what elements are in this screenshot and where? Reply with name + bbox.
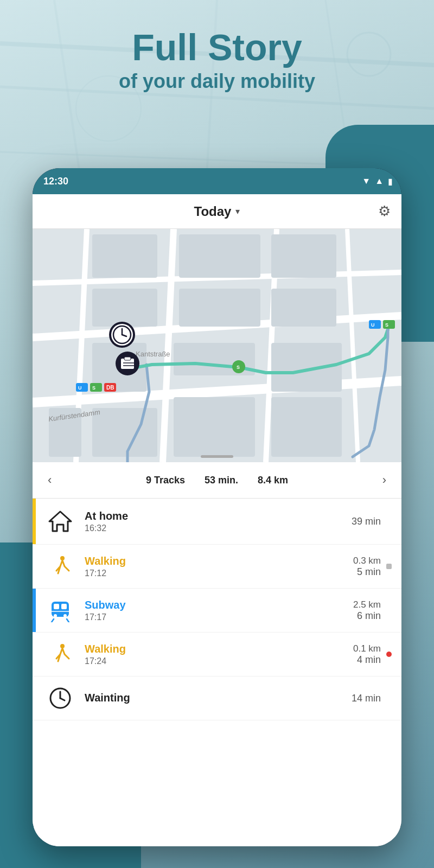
svg-rect-17 bbox=[92, 234, 157, 278]
phone-frame: 12:30 ▼ ▲ ▮ Today ▾ ⚙ bbox=[33, 168, 401, 846]
svg-text:U: U bbox=[78, 385, 82, 391]
stats-row: ‹ 9 Tracks 53 min. 8.4 km › bbox=[33, 462, 401, 499]
left-bar bbox=[33, 676, 36, 720]
next-button[interactable]: › bbox=[378, 471, 391, 489]
app-header: Today ▾ ⚙ bbox=[33, 194, 401, 229]
header-title-group[interactable]: Today ▾ bbox=[194, 204, 240, 219]
svg-text:DB: DB bbox=[106, 385, 114, 391]
total-duration: 53 min. bbox=[205, 475, 238, 486]
track-name: Walking bbox=[85, 555, 353, 567]
prev-button[interactable]: ‹ bbox=[43, 471, 56, 489]
svg-rect-29 bbox=[271, 397, 342, 457]
track-name: Walking bbox=[85, 643, 353, 655]
hero-section: Full Story of your daily mobility bbox=[0, 27, 434, 93]
left-bar bbox=[33, 633, 36, 676]
left-bar bbox=[33, 545, 36, 588]
red-dot bbox=[386, 652, 392, 657]
bottom-panel: ‹ 9 Tracks 53 min. 8.4 km › bbox=[33, 462, 401, 846]
list-item[interactable]: Walking 17:12 0.3 km 5 min bbox=[33, 545, 401, 589]
track-name: Wainting bbox=[85, 692, 352, 704]
svg-text:S: S bbox=[237, 365, 240, 370]
svg-rect-56 bbox=[54, 604, 59, 609]
track-stats: 0.3 km 5 min bbox=[353, 556, 385, 578]
dropdown-icon: ▾ bbox=[235, 206, 240, 216]
track-indicator bbox=[385, 652, 393, 657]
track-stats: 39 min bbox=[352, 516, 385, 527]
track-icon-container bbox=[41, 554, 79, 578]
track-time: 17:17 bbox=[85, 612, 353, 622]
signal-icon: ▲ bbox=[375, 176, 384, 186]
home-icon bbox=[47, 508, 73, 534]
track-info: Walking 17:24 bbox=[79, 643, 353, 666]
track-name: At home bbox=[85, 510, 352, 522]
map-area: Kurfürstendamm Kantstraße bbox=[33, 229, 401, 462]
track-info: Wainting bbox=[79, 692, 352, 705]
svg-rect-18 bbox=[179, 234, 260, 278]
track-info: At home 16:32 bbox=[79, 510, 352, 533]
svg-rect-19 bbox=[271, 234, 336, 278]
svg-rect-28 bbox=[174, 397, 255, 457]
track-time: 16:32 bbox=[85, 524, 352, 533]
svg-rect-22 bbox=[271, 289, 336, 327]
track-icon-container bbox=[41, 508, 79, 534]
subway-icon bbox=[48, 598, 72, 622]
stats-content: 9 Tracks 53 min. 8.4 km bbox=[146, 475, 288, 486]
track-distance: 0.3 km bbox=[353, 556, 381, 566]
track-time: 17:24 bbox=[85, 656, 353, 666]
total-distance: 8.4 km bbox=[258, 475, 288, 486]
left-bar bbox=[33, 589, 36, 632]
svg-line-66 bbox=[60, 698, 65, 700]
tracks-count: 9 Tracks bbox=[146, 475, 185, 486]
walking-icon-2 bbox=[48, 642, 72, 666]
track-icon-container bbox=[41, 642, 79, 666]
status-time: 12:30 bbox=[43, 176, 68, 187]
svg-rect-57 bbox=[61, 604, 67, 609]
svg-line-62 bbox=[67, 619, 69, 622]
walking-icon bbox=[48, 554, 72, 578]
track-icon-container bbox=[41, 598, 79, 622]
svg-rect-55 bbox=[52, 602, 69, 617]
svg-text:U: U bbox=[371, 322, 375, 328]
battery-icon: ▮ bbox=[388, 176, 393, 187]
waiting-icon bbox=[48, 686, 72, 710]
svg-line-61 bbox=[52, 619, 54, 622]
hero-subtitle: of your daily mobility bbox=[0, 70, 434, 93]
track-duration: 14 min bbox=[352, 693, 381, 704]
hero-title: Full Story bbox=[0, 27, 434, 68]
status-bar: 12:30 ▼ ▲ ▮ bbox=[33, 168, 401, 194]
svg-rect-25 bbox=[271, 343, 342, 392]
svg-rect-39 bbox=[124, 357, 131, 360]
track-time: 17:12 bbox=[85, 569, 353, 578]
drag-handle bbox=[201, 455, 233, 458]
svg-text:S: S bbox=[92, 385, 95, 391]
list-item[interactable]: Subway 17:17 2.5 km 6 min bbox=[33, 589, 401, 633]
svg-point-60 bbox=[63, 614, 67, 617]
svg-text:S: S bbox=[385, 322, 388, 328]
track-indicator bbox=[385, 564, 393, 569]
header-title: Today bbox=[194, 204, 232, 219]
list-item[interactable]: At home 16:32 39 min bbox=[33, 499, 401, 545]
svg-rect-21 bbox=[179, 289, 260, 327]
map-svg: Kurfürstendamm Kantstraße bbox=[33, 229, 401, 462]
track-info: Subway 17:17 bbox=[79, 599, 353, 622]
wifi-icon: ▼ bbox=[362, 176, 371, 186]
track-list: At home 16:32 39 min bbox=[33, 499, 401, 720]
list-item[interactable]: Walking 17:24 0.1 km 4 min bbox=[33, 633, 401, 676]
track-duration: 5 min bbox=[353, 566, 381, 578]
settings-button[interactable]: ⚙ bbox=[378, 203, 391, 220]
left-bar bbox=[33, 499, 36, 544]
status-icons: ▼ ▲ ▮ bbox=[362, 176, 393, 187]
svg-text:Kantstraße: Kantstraße bbox=[136, 350, 170, 358]
phone-screen: Today ▾ ⚙ bbox=[33, 194, 401, 846]
svg-rect-20 bbox=[92, 289, 157, 327]
svg-point-59 bbox=[54, 614, 57, 617]
track-duration: 6 min bbox=[353, 610, 381, 622]
track-stats: 0.1 km 4 min bbox=[353, 643, 385, 666]
track-stats: 14 min bbox=[352, 693, 385, 704]
track-distance: 0.1 km bbox=[353, 643, 381, 654]
list-item[interactable]: Wainting 14 min bbox=[33, 676, 401, 720]
track-info: Walking 17:12 bbox=[79, 555, 353, 578]
track-duration: 4 min bbox=[353, 654, 381, 666]
track-distance: 2.5 km bbox=[353, 599, 381, 610]
track-icon-container bbox=[41, 686, 79, 710]
